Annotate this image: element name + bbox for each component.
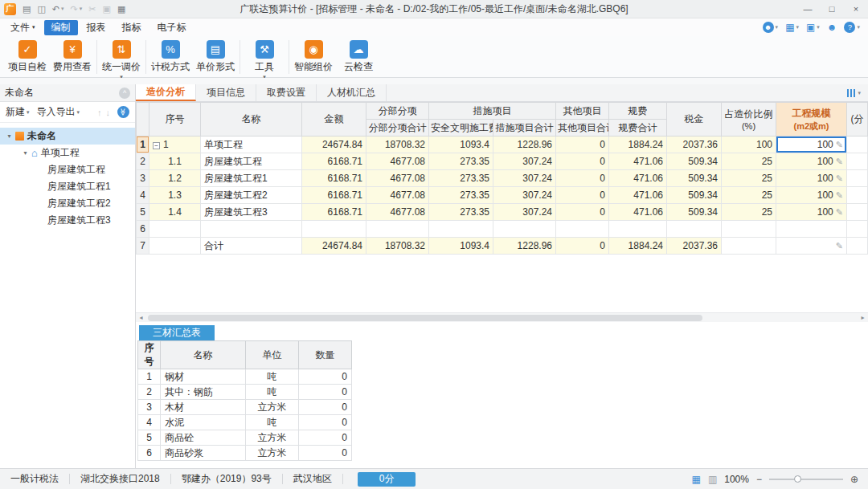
horizontal-scrollbar[interactable]: ◂ ▸	[136, 312, 868, 322]
cell-amount[interactable]	[302, 221, 366, 238]
tree-item[interactable]: ▾未命名	[0, 128, 135, 145]
cell-name[interactable]: 房屋建筑工程3	[201, 204, 302, 221]
maximize-button[interactable]: □	[820, 0, 844, 18]
cell-last[interactable]	[847, 170, 868, 187]
materials-cell[interactable]: 吨	[246, 415, 299, 430]
cell-amount[interactable]: 24674.84	[302, 238, 366, 255]
cell-gf[interactable]	[609, 221, 667, 238]
cell-amount[interactable]: 6168.71	[302, 153, 366, 170]
chevron-down-icon[interactable]: ▾	[61, 6, 64, 12]
cell-sj[interactable]: 509.34	[667, 170, 722, 187]
materials-cell[interactable]: 水泥	[161, 415, 246, 430]
unify-price-button[interactable]: ⇅统一调价▾	[99, 39, 144, 80]
cell-last[interactable]	[847, 221, 868, 238]
cell-ratio[interactable]: 25	[722, 187, 776, 204]
cell-seq[interactable]	[149, 221, 201, 238]
materials-cell[interactable]: 立方米	[246, 446, 299, 461]
help-icon[interactable]: ?▾	[844, 22, 860, 33]
cell-sj[interactable]: 509.34	[667, 187, 722, 204]
cell-last[interactable]	[847, 187, 868, 204]
cell-seq[interactable]: 1.2	[149, 170, 201, 187]
main-tab[interactable]: 项目信息	[196, 84, 256, 101]
apps-grid-icon[interactable]: ▦▾	[785, 22, 799, 33]
main-tab[interactable]: 人材机汇总	[317, 84, 387, 101]
cut-icon[interactable]: ✂	[88, 4, 96, 14]
cell-seq[interactable]: 1.3	[149, 187, 201, 204]
cell-last[interactable]	[847, 204, 868, 221]
cell-csxm[interactable]: 307.24	[493, 170, 556, 187]
cell-fbfx[interactable]: 4677.08	[366, 170, 429, 187]
save-icon[interactable]: ◫	[37, 4, 45, 14]
cell-gf[interactable]: 1884.24	[609, 238, 667, 255]
cell-aqwm[interactable]: 273.35	[429, 170, 493, 187]
materials-cell[interactable]: 0	[299, 446, 352, 461]
cell-scale[interactable]: 100✎	[776, 204, 847, 221]
cell-fbfx[interactable]	[366, 221, 429, 238]
tree-item[interactable]: ▾⌂单项工程	[0, 145, 135, 161]
materials-cell[interactable]: 4	[138, 415, 161, 430]
cell-qtxm[interactable]: 0	[556, 238, 609, 255]
fee-view-button[interactable]: ¥费用查看▾	[50, 39, 95, 80]
cell-seq[interactable]	[149, 238, 201, 255]
account-icon[interactable]: ☻▾	[763, 22, 779, 33]
layout-grid-icon[interactable]: ▦	[692, 474, 701, 485]
materials-cell[interactable]: 5	[138, 430, 161, 446]
cell-idx[interactable]: 6	[137, 221, 149, 238]
cell-last[interactable]	[847, 137, 868, 153]
scrollbar-track[interactable]	[146, 314, 858, 322]
zoom-slider[interactable]	[769, 479, 843, 480]
menu-item[interactable]: 文件▾	[3, 20, 43, 35]
package-icon[interactable]: ▣▾	[806, 22, 820, 33]
materials-cell[interactable]: 3	[138, 400, 161, 415]
cell-fbfx[interactable]: 18708.32	[366, 137, 429, 153]
undo-icon[interactable]: ↶	[52, 4, 59, 14]
cell-qtxm[interactable]: 0	[556, 137, 609, 153]
cell-gf[interactable]: 1884.24	[609, 137, 667, 153]
cell-seq[interactable]: 1.1	[149, 153, 201, 170]
cell-aqwm[interactable]: 273.35	[429, 204, 493, 221]
materials-cell[interactable]: 吨	[246, 385, 299, 400]
cell-fbfx[interactable]: 18708.32	[366, 238, 429, 255]
cell-sj[interactable]: 2037.36	[667, 238, 722, 255]
materials-cell[interactable]: 商品砼	[161, 430, 246, 446]
view-columns-button[interactable]: ▾	[847, 84, 868, 101]
cell-idx[interactable]: 1	[137, 137, 149, 153]
materials-cell[interactable]: 立方米	[246, 430, 299, 446]
minimize-button[interactable]: —	[796, 0, 820, 18]
chevron-down-icon[interactable]: ▾	[80, 6, 83, 12]
cell-qtxm[interactable]: 0	[556, 204, 609, 221]
menu-item[interactable]: 指标	[115, 20, 149, 35]
cell-ratio[interactable]: 25	[722, 204, 776, 221]
collapse-sidebar-icon[interactable]: ^	[119, 88, 130, 99]
main-tab[interactable]: 取费设置	[256, 84, 317, 101]
cell-gf[interactable]: 471.06	[609, 204, 667, 221]
cell-gf[interactable]: 471.06	[609, 187, 667, 204]
tree-item[interactable]: 房屋建筑工程2	[0, 195, 135, 212]
tax-method-button[interactable]: %计税方式▾	[148, 39, 193, 80]
materials-cell[interactable]: 1	[138, 369, 161, 385]
cell-ratio[interactable]	[722, 221, 776, 238]
main-tab[interactable]: 造价分析	[136, 84, 196, 101]
cloud-check-button[interactable]: ☁云检查▾	[336, 39, 381, 80]
cell-csxm[interactable]: 307.24	[493, 153, 556, 170]
edit-pencil-icon[interactable]: ✎	[836, 241, 843, 251]
scroll-left-icon[interactable]: ◂	[136, 314, 146, 321]
cell-ratio[interactable]	[722, 238, 776, 255]
cell-name[interactable]: 房屋建筑工程	[201, 153, 302, 170]
edit-pencil-icon[interactable]: ✎	[836, 173, 843, 183]
cell-aqwm[interactable]: 273.35	[429, 187, 493, 204]
menu-item[interactable]: 编制	[44, 20, 78, 35]
cell-aqwm[interactable]: 1093.4	[429, 238, 493, 255]
tree-expander-icon[interactable]: ▾	[5, 132, 14, 140]
cell-scale[interactable]: 100✎	[776, 170, 847, 187]
cell-aqwm[interactable]: 1093.4	[429, 137, 493, 153]
materials-cell[interactable]: 2	[138, 385, 161, 400]
cell-scale[interactable]	[776, 221, 847, 238]
cell-ratio[interactable]: 100	[722, 137, 776, 153]
move-up-icon[interactable]: ↑	[97, 108, 102, 117]
cell-last[interactable]	[847, 238, 868, 255]
redo-icon[interactable]: ↷	[71, 4, 78, 14]
cell-scale[interactable]: 100✎	[776, 153, 847, 170]
cell-amount[interactable]: 24674.84	[302, 137, 366, 153]
cell-aqwm[interactable]: 273.35	[429, 153, 493, 170]
